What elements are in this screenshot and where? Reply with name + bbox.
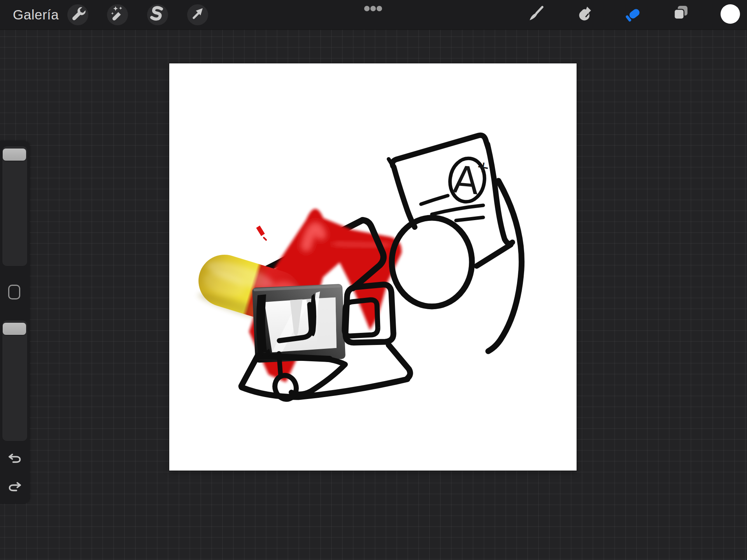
redo-button[interactable] (6, 480, 23, 492)
selection-button[interactable] (147, 4, 168, 25)
opacity-slider[interactable] (2, 320, 28, 441)
layers-button[interactable] (672, 5, 692, 25)
red-dash-mark (258, 227, 266, 240)
smudge-finger-icon (575, 4, 595, 26)
brush-size-slider-handle[interactable] (3, 149, 26, 161)
layers-icon (672, 4, 692, 26)
grade-plus: + (475, 157, 491, 177)
drawing-canvas[interactable]: A + (169, 63, 577, 471)
smudge-tool-button[interactable] (575, 5, 595, 25)
wrench-icon (68, 4, 88, 26)
undo-arrow-icon (6, 458, 23, 465)
gallery-button[interactable]: Galería (13, 0, 59, 30)
modify-button[interactable] (8, 285, 20, 299)
color-swatch-button[interactable] (720, 5, 740, 25)
redo-arrow-icon (6, 486, 23, 493)
adjustments-button[interactable] (107, 4, 128, 25)
color-circle-icon (720, 4, 740, 26)
brush-icon (526, 4, 546, 26)
opacity-slider-handle[interactable] (3, 323, 26, 335)
brush-size-slider[interactable] (2, 146, 28, 266)
top-toolbar: Galería (0, 0, 747, 30)
ellipsis-dot (370, 6, 376, 11)
ellipsis-dot (377, 6, 382, 11)
transform-button[interactable] (187, 4, 208, 25)
ellipsis-dot (364, 6, 370, 11)
transform-arrow-icon (188, 4, 208, 26)
actions-button[interactable] (67, 4, 88, 25)
eraser-tool-button[interactable] (624, 5, 644, 25)
magic-wand-icon (107, 4, 128, 26)
side-toolbar (0, 141, 30, 504)
grade-letter: A (451, 158, 480, 203)
undo-button[interactable] (6, 451, 23, 464)
eraser-icon (624, 4, 644, 26)
selection-s-icon (147, 4, 168, 26)
brush-tool-button[interactable] (526, 5, 546, 25)
artwork: A + (169, 63, 577, 471)
more-options-button[interactable] (364, 6, 382, 11)
